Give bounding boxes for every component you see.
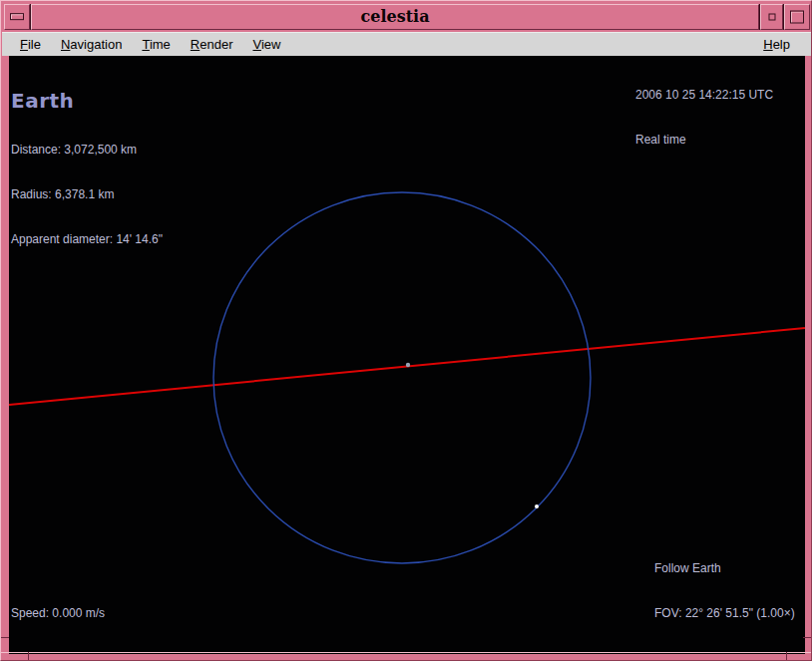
speed-readout: Speed: 0.000 m/s xyxy=(11,576,105,651)
frame-notch xyxy=(28,652,29,660)
menu-bar: File Navigation Time Render View Help xyxy=(2,32,812,56)
time-mode: Real time xyxy=(635,133,773,148)
window-menu-button[interactable] xyxy=(4,4,30,30)
selection-info: Earth Distance: 3,072,500 km Radius: 6,3… xyxy=(11,59,163,277)
status-info: Follow Earth FOV: 22° 26' 51.5" (1.00×) xyxy=(654,531,795,651)
selection-name: Earth xyxy=(11,89,163,113)
resize-handle-right[interactable] xyxy=(803,56,811,654)
menu-time[interactable]: Time xyxy=(132,35,180,54)
moon-dot[interactable] xyxy=(535,504,539,508)
menu-render[interactable]: Render xyxy=(181,35,243,54)
iconify-icon xyxy=(768,14,775,21)
frame-notch xyxy=(803,637,811,638)
window-title: celestia xyxy=(360,9,429,25)
resize-handle-bottom[interactable] xyxy=(1,652,812,660)
selection-distance: Distance: 3,072,500 km xyxy=(11,143,163,158)
selection-radius: Radius: 6,378.1 km xyxy=(11,187,163,202)
maximize-button[interactable] xyxy=(784,4,810,30)
follow-status: Follow Earth xyxy=(654,561,795,576)
window-menu-icon xyxy=(10,13,24,20)
viewport[interactable]: Earth Distance: 3,072,500 km Radius: 6,3… xyxy=(9,56,805,654)
current-datetime: 2006 10 25 14:22:15 UTC xyxy=(635,88,773,103)
speed-value: Speed: 0.000 m/s xyxy=(11,606,105,621)
iconify-button[interactable] xyxy=(760,4,783,30)
titlebar[interactable]: celestia xyxy=(31,4,759,30)
fov-readout: FOV: 22° 26' 51.5" (1.00×) xyxy=(654,606,795,621)
menu-file[interactable]: File xyxy=(10,35,51,54)
moon-orbit-circle xyxy=(213,192,591,563)
frame-notch xyxy=(1,637,9,638)
menu-view[interactable]: View xyxy=(242,35,290,54)
menu-help[interactable]: Help xyxy=(753,35,800,54)
maximize-icon xyxy=(790,11,804,24)
titlebar-row: celestia xyxy=(4,4,810,30)
celestia-window: celestia File Navigation Time Render Vie… xyxy=(0,0,812,661)
earth-marker[interactable] xyxy=(406,363,410,367)
time-info: 2006 10 25 14:22:15 UTC Real time xyxy=(635,58,773,177)
resize-handle-left[interactable] xyxy=(1,56,9,654)
menu-navigation[interactable]: Navigation xyxy=(51,35,132,54)
frame-notch xyxy=(786,652,787,660)
selection-apparent-diameter: Apparent diameter: 14' 14.6" xyxy=(11,232,163,247)
